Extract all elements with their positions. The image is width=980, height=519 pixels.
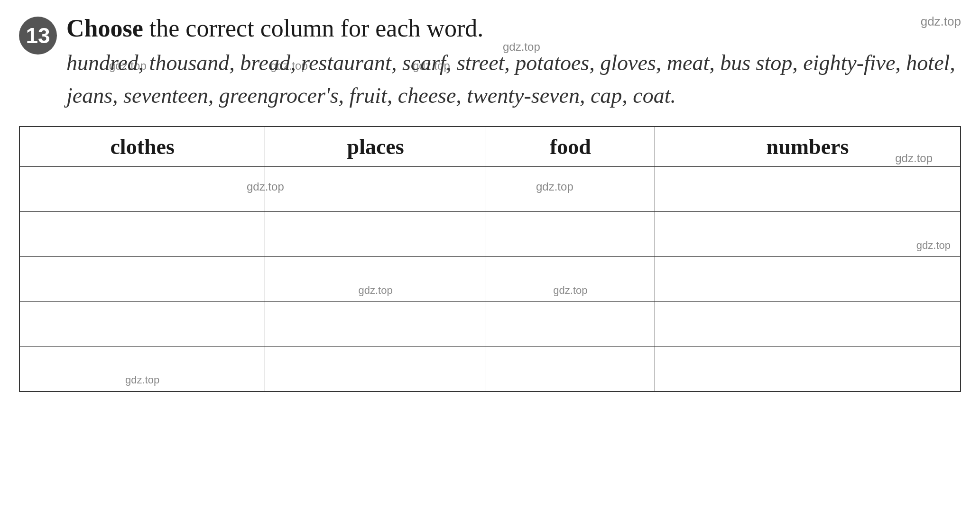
cell-r3-c1 (19, 256, 265, 301)
watermark-cell-r5c1: gdz.top (125, 374, 159, 386)
table-header-row: clothes places food numbers (19, 127, 961, 167)
cell-r1-c1 (19, 166, 265, 211)
watermark-5: gdz.top (895, 152, 933, 165)
task-header: 13 gdz.top gdz.top gdz.top gdz.top gdz.t… (19, 14, 961, 112)
cell-r2-c2 (265, 211, 486, 256)
cell-r5-c1: gdz.top (19, 346, 265, 392)
watermark-cell-r3c3: gdz.top (553, 284, 587, 297)
table-row: gdz.top (19, 346, 961, 392)
cell-r5-c4 (655, 346, 961, 392)
cell-r3-c4 (655, 256, 961, 301)
category-table: clothes places food numbers gdz.top (19, 126, 961, 392)
cell-r3-c2: gdz.top (265, 256, 486, 301)
table-row: gdz.top (19, 211, 961, 256)
cell-r5-c2 (265, 346, 486, 392)
watermark-cell-r2c4: gdz.top (916, 239, 951, 252)
cell-r1-c3 (486, 166, 655, 211)
page-container: gdz.top 13 gdz.top gdz.top gdz.top gdz.t… (19, 14, 961, 392)
cell-r1-c4 (655, 166, 961, 211)
col-header-food: food (486, 127, 655, 167)
cell-r4-c3 (486, 301, 655, 346)
cell-r3-c3: gdz.top (486, 256, 655, 301)
task-title: Choose the correct column for each word. (66, 14, 961, 43)
cell-r2-c3 (486, 211, 655, 256)
table-row (19, 301, 961, 346)
col-header-clothes: clothes (19, 127, 265, 167)
cell-r2-c4: gdz.top (655, 211, 961, 256)
task-title-rest: the correct column for each word. (143, 15, 484, 42)
cell-r4-c1 (19, 301, 265, 346)
table-row (19, 166, 961, 211)
cell-r1-c2 (265, 166, 486, 211)
cell-r4-c2 (265, 301, 486, 346)
cell-r4-c4 (655, 301, 961, 346)
watermark-cell-r3c2: gdz.top (359, 284, 393, 297)
task-title-bold: Choose (66, 15, 143, 42)
cell-r2-c1 (19, 211, 265, 256)
task-title-block: gdz.top gdz.top gdz.top gdz.top gdz.top … (66, 14, 961, 112)
cell-r5-c3 (486, 346, 655, 392)
col-header-places: places (265, 127, 486, 167)
word-list: hundred, thousand, bread, restaurant, sc… (66, 46, 961, 112)
task-number: 13 (19, 17, 57, 55)
table-row: gdz.top gdz.top (19, 256, 961, 301)
